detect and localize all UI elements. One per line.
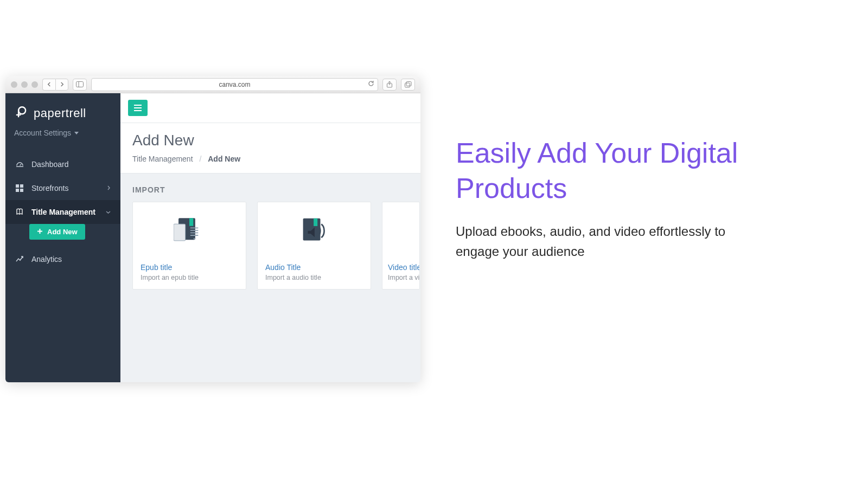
sidebar: papertrell Account Settings Dashboard: [5, 93, 120, 382]
nav-buttons: [42, 79, 68, 91]
svg-rect-8: [20, 184, 23, 188]
topbar: [120, 93, 420, 123]
card-video[interactable]: Video title Import a vi: [382, 202, 420, 290]
back-button[interactable]: [42, 79, 55, 91]
forward-button[interactable]: [55, 79, 68, 91]
book-icon: [15, 208, 24, 216]
plus-icon: [37, 228, 43, 236]
promo-panel: Easily Add Your Digital Products Upload …: [456, 136, 760, 261]
svg-rect-24: [314, 219, 317, 226]
browser-window: canva.com: [5, 76, 420, 382]
audio-icon: [258, 202, 371, 258]
page-header: Add New Title Management / Add New: [120, 123, 420, 174]
svg-point-22: [194, 238, 195, 240]
window-controls: [11, 81, 38, 88]
brand-logo-icon: [14, 105, 28, 121]
nav-list: Dashboard Storefronts: [5, 152, 120, 271]
svg-rect-3: [405, 83, 410, 87]
card-epub[interactable]: Epub title Import an epub title: [132, 202, 246, 290]
caret-down-icon: [74, 132, 79, 134]
svg-rect-7: [16, 184, 19, 188]
content: IMPORT: [120, 174, 420, 301]
card-title: Video title: [388, 263, 419, 272]
import-cards: Epub title Import an epub title: [132, 202, 409, 290]
nav-label: Dashboard: [31, 160, 69, 169]
menu-toggle-button[interactable]: [128, 100, 148, 116]
address-text: canva.com: [219, 81, 250, 88]
video-icon: [382, 202, 419, 258]
card-title: Audio Title: [265, 263, 363, 272]
sidebar-subnav: Add New: [29, 224, 120, 245]
sidebar-toggle-icon[interactable]: [73, 79, 87, 91]
browser-toolbar: canva.com: [5, 76, 420, 93]
promo-headline: Easily Add Your Digital Products: [456, 136, 760, 206]
chevron-down-icon: [106, 209, 111, 215]
svg-rect-16: [189, 218, 193, 226]
epub-icon: [133, 202, 246, 258]
breadcrumb-current: Add New: [208, 155, 240, 163]
svg-rect-10: [20, 189, 23, 192]
breadcrumb-parent[interactable]: Title Management: [132, 155, 193, 163]
chevron-right-icon: [107, 185, 111, 191]
tabs-icon[interactable]: [401, 79, 415, 91]
sidebar-item-title-management[interactable]: Title Management: [5, 200, 120, 224]
add-new-label: Add New: [47, 228, 78, 236]
breadcrumb: Title Management / Add New: [132, 155, 409, 163]
reload-icon[interactable]: [368, 80, 374, 88]
card-audio[interactable]: Audio Title Import a audio title: [257, 202, 371, 290]
close-icon[interactable]: [11, 81, 17, 88]
sidebar-item-analytics[interactable]: Analytics: [5, 247, 120, 271]
svg-point-5: [18, 107, 25, 114]
card-subtitle: Import an epub title: [141, 274, 238, 281]
sidebar-item-storefronts[interactable]: Storefronts: [5, 176, 120, 200]
svg-rect-0: [76, 82, 84, 87]
nav-label: Storefronts: [31, 184, 68, 192]
svg-rect-17: [174, 224, 186, 241]
card-subtitle: Import a vi: [388, 274, 419, 281]
storefronts-icon: [15, 184, 24, 192]
minimize-icon[interactable]: [21, 81, 28, 88]
hamburger-icon: [133, 105, 142, 111]
breadcrumb-separator: /: [199, 155, 201, 163]
page-title: Add New: [132, 132, 409, 149]
analytics-icon: [15, 255, 24, 264]
section-label: IMPORT: [132, 185, 409, 194]
svg-rect-4: [406, 81, 411, 86]
address-bar[interactable]: canva.com: [91, 78, 378, 91]
card-subtitle: Import a audio title: [265, 274, 363, 281]
promo-body: Upload ebooks, audio, and video effortle…: [456, 221, 760, 261]
account-label: Account Settings: [14, 129, 71, 137]
svg-rect-9: [16, 189, 19, 192]
sidebar-item-dashboard[interactable]: Dashboard: [5, 152, 120, 176]
nav-label: Title Management: [31, 208, 95, 216]
main-panel: Add New Title Management / Add New IMPOR…: [120, 93, 420, 382]
dashboard-icon: [15, 160, 24, 169]
maximize-icon[interactable]: [31, 81, 38, 88]
nav-label: Analytics: [31, 255, 62, 264]
brand: papertrell: [5, 93, 120, 125]
brand-name: papertrell: [34, 106, 86, 120]
account-settings-menu[interactable]: Account Settings: [5, 125, 120, 146]
app-body: papertrell Account Settings Dashboard: [5, 93, 420, 382]
card-title: Epub title: [141, 263, 238, 272]
add-new-button[interactable]: Add New: [29, 224, 85, 240]
share-icon[interactable]: [382, 79, 397, 91]
svg-rect-23: [303, 219, 321, 241]
